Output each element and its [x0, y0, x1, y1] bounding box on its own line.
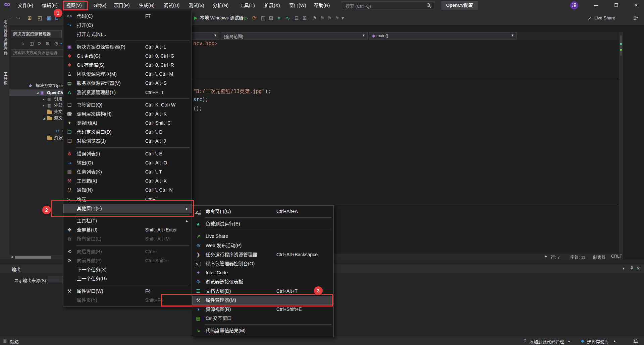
- diagnostics-icon[interactable]: ⊞: [269, 11, 273, 25]
- bookmark-icon[interactable]: ⚑: [313, 11, 317, 25]
- toolbox-vertical-tab[interactable]: 工具箱: [2, 72, 8, 85]
- select-repository-button[interactable]: 选择存储库: [587, 338, 609, 345]
- start-without-debugging-icon[interactable]: ▷: [244, 11, 248, 25]
- user-avatar[interactable]: 凌: [570, 1, 578, 9]
- view-menu-item-下一个任务-X-[interactable]: 下一个任务(X): [63, 265, 192, 274]
- menubar-item-9[interactable]: 工具(T): [237, 0, 258, 11]
- other-windows-item-浏览器链接仪表板[interactable]: ⊕浏览器链接仪表板: [192, 277, 333, 286]
- other-windows-item-命令窗口-C-[interactable]: >_命令窗口(C)Ctrl+Alt+A: [192, 207, 333, 216]
- minimize-button[interactable]: —: [590, 0, 602, 11]
- menubar-item-6[interactable]: 调试(D): [161, 0, 182, 11]
- view-menu-item-对象浏览器-J-[interactable]: ❒对象浏览器(J)Ctrl+Alt+J: [63, 137, 192, 146]
- server-explorer-vertical-tab[interactable]: 服务器资源管理器: [2, 20, 8, 55]
- scroll-right-icon[interactable]: ▶: [545, 255, 547, 258]
- pending-filter-icon[interactable]: ◷: [54, 40, 58, 47]
- other-windows-item-任务运行程序资源管理器[interactable]: ❯任务运行程序资源管理器Ctrl+Alt+Backsapce: [192, 250, 333, 259]
- solution-explorer-hscrollbar[interactable]: ◀: [9, 255, 63, 260]
- view-menu-item-错误列表-I-[interactable]: ⊗错误列表(I)Ctrl+\, E: [63, 149, 192, 158]
- view-menu-item-向前导航-F-[interactable]: ⟳向前导航(F)Ctrl+Shift+-: [63, 256, 192, 265]
- quick-search-box[interactable]: 搜索 (Ctrl+Q): [342, 1, 434, 9]
- expander-expanded-icon[interactable]: ◢: [43, 115, 45, 122]
- compare-icon[interactable]: ◫: [30, 40, 34, 47]
- view-menu-item-调用层次结构-H-[interactable]: ☎调用层次结构(H)Ctrl+Alt+K: [63, 110, 192, 119]
- start-debugging-icon[interactable]: ▶: [194, 11, 198, 25]
- live-share-button[interactable]: Live Share: [594, 11, 615, 25]
- bookmark-dropdown-icon[interactable]: ▾: [341, 11, 344, 25]
- view-menu-item-上一个任务-R-[interactable]: 上一个任务(R): [63, 274, 192, 283]
- indent-increase-icon[interactable]: ⊞: [303, 11, 307, 25]
- view-menu-item-Git-存储库-S-[interactable]: ❖Git 存储库(S)Ctrl+0, Ctrl+R: [63, 61, 192, 70]
- view-menu-item-通知-N-[interactable]: 通知(N)Ctrl+\, Ctrl+N: [63, 186, 192, 195]
- debug-target-dropdown-icon[interactable]: ▾: [236, 11, 238, 25]
- view-menu-item-所有窗口-L-[interactable]: ⧉所有窗口(L)Shift+Alt+M: [63, 234, 192, 244]
- view-menu-item-打开-O-[interactable]: ↷打开(O): [63, 21, 192, 30]
- other-windows-item-IntelliCode[interactable]: ✦IntelliCode: [192, 268, 333, 277]
- hot-reload-icon[interactable]: ⟳: [252, 11, 257, 25]
- other-windows-item-Live-Share[interactable]: ↗Live Share: [192, 232, 333, 241]
- scroll-left-icon[interactable]: ◀: [11, 255, 13, 259]
- scrollbar-thumb[interactable]: [620, 36, 622, 56]
- navigate-code-icon[interactable]: ⌗: [278, 11, 280, 25]
- menubar-item-3[interactable]: Git(G): [91, 0, 109, 11]
- filter-dropdown-icon[interactable]: ▾: [60, 40, 62, 47]
- expander-expanded-icon[interactable]: ◢: [36, 89, 39, 96]
- clear-bookmarks-icon[interactable]: ⚑: [335, 11, 339, 25]
- view-menu-item-代码定义窗口-D-[interactable]: ❐代码定义窗口(D)Ctrl+\, D: [63, 128, 192, 137]
- menubar-item-7[interactable]: 测试(S): [186, 0, 207, 11]
- next-bookmark-icon[interactable]: ⚑: [327, 11, 332, 25]
- close-panel-icon[interactable]: ✕: [637, 266, 640, 271]
- member-combo[interactable]: ◆ main() ▼: [369, 32, 517, 40]
- code-line-0[interactable]: ncv.hpp>: [193, 41, 217, 47]
- other-windows-item-Web-发布活动-P-[interactable]: ⊕Web 发布活动(P): [192, 241, 333, 250]
- view-menu-item-书签窗口-Q-[interactable]: ❏书签窗口(Q)Ctrl+K, Ctrl+W: [63, 100, 192, 110]
- menubar-item-10[interactable]: 扩展(X): [262, 0, 283, 11]
- menubar-item-11[interactable]: 窗口(W): [286, 0, 309, 11]
- add-user-icon[interactable]: [633, 15, 639, 21]
- maximize-button[interactable]: ❐: [610, 0, 622, 11]
- prev-bookmark-icon[interactable]: ⚑: [320, 11, 324, 25]
- view-menu-item-服务器资源管理器-V-[interactable]: ▤服务器资源管理器(V)Ctrl+Alt+S: [63, 79, 192, 88]
- view-menu-item-工具栏-T-[interactable]: 工具栏(T)▶: [63, 216, 192, 225]
- view-menu-item-任务列表-K-[interactable]: ▤任务列表(K)Ctrl+\, T: [63, 167, 192, 177]
- other-windows-item-负载测试运行-E-[interactable]: ▲负载测试运行(E): [192, 219, 333, 228]
- home-icon[interactable]: ⌂: [21, 40, 24, 47]
- scope-combo[interactable]: (全局范围) ▼: [221, 32, 368, 40]
- live-share-icon[interactable]: ↗: [588, 11, 592, 25]
- collapse-all-icon[interactable]: ⊟: [46, 40, 49, 47]
- view-menu-item-类视图-A-[interactable]: ✦类视图(A)Ctrl+Shift+C: [63, 119, 192, 128]
- view-menu-item-向后导航-B-[interactable]: ⟲向后导航(B)Ctrl+-: [63, 247, 192, 256]
- expander-collapsed-icon[interactable]: ▸: [43, 96, 45, 102]
- other-windows-item-C#-交互窗口[interactable]: ▤C# 交互窗口: [192, 314, 333, 323]
- open-file-icon[interactable]: ◰: [38, 11, 42, 25]
- view-menu-item-团队资源管理器-M-[interactable]: ♙团队资源管理器(M)Ctrl+\, Ctrl+M: [63, 70, 192, 79]
- close-button[interactable]: ✕: [631, 0, 642, 11]
- add-to-source-control-button[interactable]: 添加到源代码管理: [529, 338, 564, 345]
- breakpoints-icon[interactable]: ◫: [261, 11, 266, 25]
- save-icon[interactable]: ▣: [47, 11, 52, 25]
- view-menu-item-工具箱-X-[interactable]: ⚒工具箱(X)Ctrl+Alt+X: [63, 177, 192, 186]
- view-menu-item-全屏幕-U-[interactable]: ✥全屏幕(U)Shift+Alt+Enter: [63, 225, 192, 234]
- expander-collapsed-icon[interactable]: ▸: [43, 102, 45, 109]
- other-windows-item-代码度量值结果-M-[interactable]: ∿代码度量值结果(M): [192, 326, 333, 335]
- code-line-1[interactable]: "D:/二次元壁纸/13英桀.jpg");: [193, 87, 271, 94]
- view-menu-item-打开方式-N-[interactable]: 打开方式(N)...: [63, 30, 192, 39]
- notifications-bell-icon[interactable]: [633, 339, 638, 344]
- navigate-forward-icon[interactable]: ↪: [16, 11, 20, 25]
- other-windows-item-程序包管理器控制台-O-[interactable]: >_程序包管理器控制台(O): [192, 259, 333, 268]
- solution-explorer-title[interactable]: 解决方案资源管理器: [11, 30, 62, 38]
- pin-icon[interactable]: [630, 266, 634, 271]
- sync-icon[interactable]: ⟳: [38, 40, 41, 47]
- indent-decrease-icon[interactable]: ⊟: [294, 11, 299, 25]
- background-tasks-icon[interactable]: ▥: [3, 338, 7, 343]
- editor-vscrollbar[interactable]: [619, 32, 623, 254]
- menubar-item-0[interactable]: 文件(F): [15, 0, 36, 11]
- menubar-item-8[interactable]: 分析(N): [210, 0, 231, 11]
- chart-icon[interactable]: ∿: [286, 11, 290, 25]
- view-menu-item-代码-C-[interactable]: <>代码(C)F7: [63, 12, 192, 21]
- view-menu-item-输出-O-[interactable]: ⇥输出(O)Ctrl+Alt+O: [63, 158, 192, 167]
- window-position-icon[interactable]: ▾: [623, 266, 625, 271]
- scrollbar-thumb[interactable]: [15, 256, 51, 259]
- code-line-2[interactable]: src);: [193, 96, 208, 102]
- menubar-item-4[interactable]: 项目(P): [111, 0, 132, 11]
- view-menu-item-Git-更改-G-[interactable]: ❖Git 更改(G)Ctrl+0, Ctrl+G: [63, 52, 192, 61]
